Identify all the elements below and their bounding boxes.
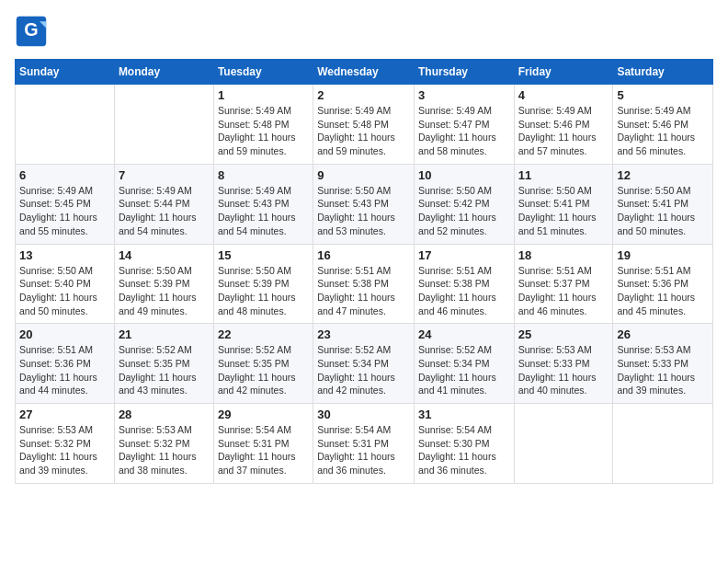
sunrise-label: Sunrise: bbox=[617, 105, 653, 116]
calendar-cell: 30Sunrise: 5:54 AMSunset: 5:31 PMDayligh… bbox=[313, 404, 415, 484]
sunrise-label: Sunrise: bbox=[518, 265, 554, 276]
day-number: 25 bbox=[518, 327, 609, 341]
sunset-label: Sunset: bbox=[617, 198, 650, 209]
day-number: 10 bbox=[418, 168, 510, 182]
calendar-cell: 3Sunrise: 5:49 AMSunset: 5:47 PMDaylight… bbox=[414, 85, 514, 165]
day-info: Sunrise: 5:49 AMSunset: 5:48 PMDaylight:… bbox=[317, 104, 410, 158]
day-info: Sunrise: 5:50 AMSunset: 5:43 PMDaylight:… bbox=[317, 184, 410, 238]
sunrise-value: 5:50 AM bbox=[356, 185, 392, 196]
sunrise-value: 5:52 AM bbox=[356, 344, 392, 355]
daylight-value: 11 hours bbox=[258, 132, 296, 143]
calendar-cell: 25Sunrise: 5:53 AMSunset: 5:33 PMDayligh… bbox=[514, 324, 613, 404]
sunset-value: 5:32 PM bbox=[154, 438, 189, 449]
daylight-label: Daylight: bbox=[19, 292, 57, 303]
daylight-value: 11 hours bbox=[559, 372, 597, 383]
sunset-value: 5:43 PM bbox=[253, 198, 289, 209]
daylight-label: Daylight: bbox=[317, 372, 355, 383]
sunrise-value: 5:50 AM bbox=[156, 265, 192, 276]
day-number: 28 bbox=[119, 408, 210, 421]
day-number: 14 bbox=[119, 248, 210, 262]
sunrise-label: Sunrise: bbox=[218, 105, 254, 116]
daylight-label: Daylight: bbox=[19, 451, 57, 462]
sunrise-value: 5:49 AM bbox=[156, 185, 192, 196]
sunset-value: 5:39 PM bbox=[253, 278, 289, 289]
calendar-cell: 5Sunrise: 5:49 AMSunset: 5:46 PMDaylight… bbox=[613, 85, 713, 165]
day-info: Sunrise: 5:51 AMSunset: 5:36 PMDaylight:… bbox=[19, 343, 110, 397]
daylight-minutes: and 43 minutes. bbox=[119, 385, 188, 396]
day-number: 24 bbox=[418, 327, 510, 341]
daylight-label: Daylight: bbox=[218, 451, 256, 462]
calendar-header-row: SundayMondayTuesdayWednesdayThursdayFrid… bbox=[16, 60, 713, 85]
daylight-value: 11 hours bbox=[657, 292, 695, 303]
daylight-label: Daylight: bbox=[218, 372, 256, 383]
daylight-minutes: and 51 minutes. bbox=[518, 225, 587, 236]
sunset-value: 5:40 PM bbox=[55, 278, 91, 289]
calendar-cell: 4Sunrise: 5:49 AMSunset: 5:46 PMDaylight… bbox=[514, 85, 613, 165]
daylight-minutes: and 40 minutes. bbox=[518, 385, 587, 396]
daylight-minutes: and 50 minutes. bbox=[617, 225, 686, 236]
daylight-minutes: and 46 minutes. bbox=[518, 305, 587, 316]
daylight-minutes: and 45 minutes. bbox=[617, 305, 686, 316]
sunset-value: 5:31 PM bbox=[353, 438, 389, 449]
daylight-value: 11 hours bbox=[358, 451, 395, 462]
sunset-value: 5:46 PM bbox=[653, 119, 688, 130]
calendar-week-5: 27Sunrise: 5:53 AMSunset: 5:32 PMDayligh… bbox=[16, 404, 713, 484]
day-number: 15 bbox=[218, 248, 309, 262]
sunset-label: Sunset: bbox=[119, 358, 152, 369]
sunset-label: Sunset: bbox=[518, 358, 552, 369]
sunset-label: Sunset: bbox=[317, 198, 350, 209]
sunrise-label: Sunrise: bbox=[19, 344, 55, 355]
sunrise-value: 5:50 AM bbox=[456, 185, 492, 196]
sunset-value: 5:34 PM bbox=[353, 358, 389, 369]
sunrise-value: 5:49 AM bbox=[356, 105, 392, 116]
daylight-value: 11 hours bbox=[657, 372, 695, 383]
sunrise-label: Sunrise: bbox=[317, 185, 353, 196]
daylight-label: Daylight: bbox=[119, 451, 156, 462]
daylight-label: Daylight: bbox=[218, 132, 256, 143]
weekday-header-thursday: Thursday bbox=[414, 60, 514, 85]
sunrise-label: Sunrise: bbox=[418, 424, 454, 435]
sunrise-value: 5:50 AM bbox=[655, 185, 691, 196]
sunrise-label: Sunrise: bbox=[119, 344, 154, 355]
day-number: 31 bbox=[418, 408, 510, 421]
daylight-value: 11 hours bbox=[159, 292, 197, 303]
day-info: Sunrise: 5:53 AMSunset: 5:32 PMDaylight:… bbox=[119, 423, 210, 477]
day-info: Sunrise: 5:50 AMSunset: 5:42 PMDaylight:… bbox=[418, 184, 510, 238]
sunset-value: 5:33 PM bbox=[653, 358, 688, 369]
day-info: Sunrise: 5:54 AMSunset: 5:30 PMDaylight:… bbox=[418, 423, 510, 477]
day-number: 9 bbox=[317, 168, 410, 182]
calendar-cell: 27Sunrise: 5:53 AMSunset: 5:32 PMDayligh… bbox=[16, 404, 115, 484]
calendar-week-3: 13Sunrise: 5:50 AMSunset: 5:40 PMDayligh… bbox=[16, 244, 713, 324]
daylight-label: Daylight: bbox=[617, 292, 654, 303]
day-info: Sunrise: 5:51 AMSunset: 5:37 PMDaylight:… bbox=[518, 264, 609, 318]
daylight-label: Daylight: bbox=[19, 372, 57, 383]
sunrise-value: 5:54 AM bbox=[256, 424, 291, 435]
sunrise-value: 5:53 AM bbox=[156, 424, 192, 435]
sunrise-value: 5:52 AM bbox=[456, 344, 492, 355]
sunset-value: 5:35 PM bbox=[253, 358, 289, 369]
calendar-cell: 24Sunrise: 5:52 AMSunset: 5:34 PMDayligh… bbox=[414, 324, 514, 404]
weekday-header-saturday: Saturday bbox=[613, 60, 713, 85]
sunset-label: Sunset: bbox=[19, 278, 52, 289]
daylight-value: 11 hours bbox=[60, 292, 97, 303]
daylight-minutes: and 58 minutes. bbox=[418, 145, 487, 156]
sunset-value: 5:35 PM bbox=[154, 358, 189, 369]
calendar-cell bbox=[114, 85, 213, 165]
weekday-header-friday: Friday bbox=[514, 60, 613, 85]
calendar-cell: 26Sunrise: 5:53 AMSunset: 5:33 PMDayligh… bbox=[613, 324, 713, 404]
calendar-cell: 16Sunrise: 5:51 AMSunset: 5:38 PMDayligh… bbox=[313, 244, 415, 324]
sunset-label: Sunset: bbox=[317, 119, 350, 130]
day-info: Sunrise: 5:49 AMSunset: 5:44 PMDaylight:… bbox=[119, 184, 210, 238]
day-number: 16 bbox=[317, 248, 410, 262]
day-number: 8 bbox=[218, 168, 309, 182]
daylight-label: Daylight: bbox=[418, 292, 456, 303]
sunset-label: Sunset: bbox=[119, 278, 152, 289]
daylight-minutes: and 36 minutes. bbox=[418, 465, 487, 476]
sunset-value: 5:43 PM bbox=[353, 198, 389, 209]
daylight-minutes: and 50 minutes. bbox=[19, 305, 88, 316]
day-info: Sunrise: 5:52 AMSunset: 5:35 PMDaylight:… bbox=[218, 343, 309, 397]
sunset-label: Sunset: bbox=[317, 438, 350, 449]
sunset-label: Sunset: bbox=[518, 198, 552, 209]
weekday-header-monday: Monday bbox=[114, 60, 213, 85]
sunrise-value: 5:52 AM bbox=[156, 344, 192, 355]
